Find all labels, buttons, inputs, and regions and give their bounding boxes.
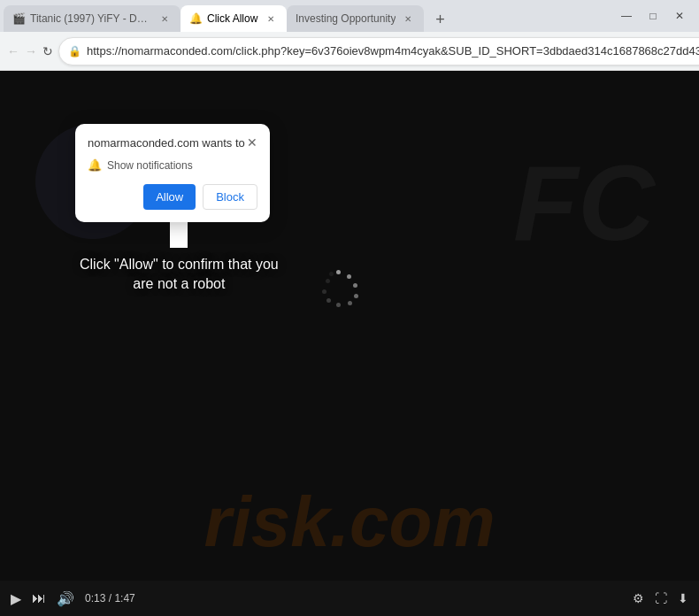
popup-notification-label: Show notifications [107, 159, 193, 172]
lock-icon: 🔒 [68, 45, 81, 58]
tab-titanic[interactable]: 🎬 Titanic (1997) YiFY - Downloa... ✕ [4, 5, 181, 32]
tab-investing-close[interactable]: ✕ [401, 12, 415, 26]
play-button[interactable]: ▶ [11, 590, 21, 607]
popup-close-button[interactable]: ✕ [247, 136, 257, 149]
popup-buttons: Allow Block [88, 184, 257, 210]
page-content: FC Click "Allow" to confirm that youare … [0, 71, 699, 616]
address-bar[interactable]: 🔒 https://nomarmaconded.com/click.php?ke… [58, 37, 699, 65]
back-button[interactable]: ← [7, 39, 19, 64]
window-controls: — □ ✕ [614, 4, 695, 32]
spinner-dots [319, 266, 363, 310]
close-button[interactable]: ✕ [667, 4, 692, 28]
tab-click-allow-close[interactable]: ✕ [264, 12, 278, 26]
fullscreen-button[interactable]: ⛶ [655, 591, 667, 605]
bell-icon: 🔔 [88, 158, 102, 172]
tab-investing[interactable]: Investing Opportunity ✕ [287, 5, 424, 32]
toolbar: ← → ↻ 🔒 https://nomarmaconded.com/click.… [0, 32, 699, 71]
time-display: 0:13 / 1:47 [85, 592, 135, 604]
forward-button[interactable]: → [25, 39, 37, 64]
tab-titanic-title: Titanic (1997) YiFY - Downloa... [30, 12, 152, 25]
time-current: 0:13 [85, 592, 105, 604]
tab-click-allow[interactable]: 🔔 Click Allow ✕ [181, 5, 287, 32]
tab-titanic-close[interactable]: ✕ [157, 12, 172, 26]
time-total: 1:47 [114, 592, 134, 604]
url-text: https://nomarmaconded.com/click.php?key=… [87, 44, 699, 58]
tab-investing-title: Investing Opportunity [296, 12, 396, 25]
browser-window: 🎬 Titanic (1997) YiFY - Downloa... ✕ 🔔 C… [0, 0, 699, 616]
tab-click-allow-favicon: 🔔 [189, 12, 202, 25]
tab-bar: 🎬 Titanic (1997) YiFY - Downloa... ✕ 🔔 C… [0, 0, 699, 32]
settings-button[interactable]: ⚙ [633, 591, 644, 605]
popup-header: nomarmaconded.com wants to ✕ [88, 136, 257, 150]
click-allow-text: Click "Allow" to confirm that youare not… [80, 255, 279, 295]
tab-titanic-favicon: 🎬 [12, 12, 25, 25]
minimize-button[interactable]: — [614, 4, 639, 28]
tab-click-allow-title: Click Allow [207, 12, 258, 25]
allow-button[interactable]: Allow [143, 184, 196, 210]
video-controls: ▶ ⏭ 🔊 0:13 / 1:47 ⚙ ⛶ ⬇ [0, 581, 699, 616]
volume-button[interactable]: 🔊 [57, 590, 74, 607]
popup-title: nomarmaconded.com wants to [88, 136, 245, 150]
download-button[interactable]: ⬇ [678, 591, 688, 605]
skip-button[interactable]: ⏭ [32, 590, 46, 606]
reload-button[interactable]: ↻ [42, 39, 53, 64]
popup-notification-row: 🔔 Show notifications [88, 158, 257, 172]
maximize-button[interactable]: □ [641, 4, 665, 28]
new-tab-button[interactable]: + [427, 7, 452, 32]
notification-popup: nomarmaconded.com wants to ✕ 🔔 Show noti… [75, 124, 270, 222]
loading-spinner [319, 266, 363, 310]
block-button[interactable]: Block [203, 184, 257, 210]
